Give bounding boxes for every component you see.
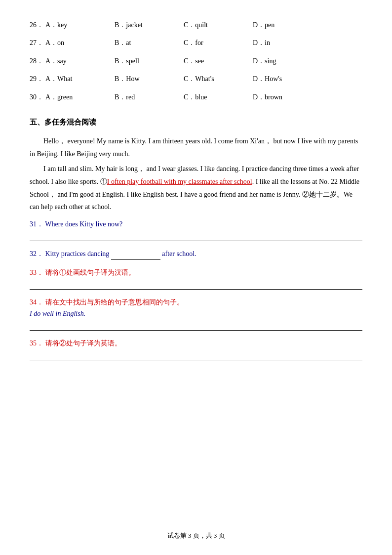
mcq-option-28b: B．spell [115,56,184,67]
q34-extra: I do well in English. [30,310,85,317]
section5: 五、多任务混合阅读 Hello， everyone! My name is Ki… [30,118,362,360]
q32-num: 32． [30,250,43,257]
mcq-num-30: 30． [30,92,45,103]
q31-text: Where does Kitty live now? [45,220,122,228]
passage-para2-underline: I often play football with my classmates… [107,178,252,185]
q31-answer-line [30,232,362,241]
mcq-options-29: A．What B．How C．What's D．How's [45,74,362,85]
mcq-option-29d: D．How's [253,74,322,85]
mcq-section: 26． A．key B．jacket C．quilt D．pen 27． A．o… [30,20,362,103]
mcq-option-29c: C．What's [184,74,253,85]
mcq-options-30: A．green B．red C．blue D．brown [45,92,362,103]
q35-num: 35． [30,340,43,347]
mcq-options-26: A．key B．jacket C．quilt D．pen [45,20,362,31]
q35-answer-line [30,351,362,360]
mcq-row-26: 26． A．key B．jacket C．quilt D．pen [30,20,362,31]
mcq-row-27: 27． A．on B．at C．for D．in [30,38,362,48]
mcq-options-27: A．on B．at C．for D．in [45,38,362,48]
section5-title: 五、多任务混合阅读 [30,118,362,127]
mcq-row-28: 28． A．say B．spell C．see D．sing [30,56,362,67]
mcq-option-28a: A．say [45,56,115,67]
mcq-option-30b: B．red [115,92,184,103]
mcq-option-27a: A．on [45,38,115,48]
question-31: 31． Where does Kitty live now? [30,218,362,241]
mcq-option-28c: C．see [184,56,253,67]
mcq-option-26c: C．quilt [184,20,253,31]
q33-answer-line [30,281,362,290]
question-34: 34． 请在文中找出与所给的句子意思相同的句子。 I do well in En… [30,297,362,331]
passage-para1-text: Hello， everyone! My name is Kitty. I am … [30,137,358,158]
mcq-option-26a: A．key [45,20,115,31]
question-35: 35． 请将②处句子译为英语。 [30,338,362,360]
q32-blank [111,252,160,260]
q34-num: 34． [30,299,43,306]
mcq-num-27: 27． [30,38,45,48]
mcq-option-30d: D．brown [253,92,322,103]
mcq-option-29b: B．How [115,74,184,85]
mcq-option-26b: B．jacket [115,20,184,31]
q31-num: 31． [30,220,43,228]
q32-after: after school. [162,250,196,257]
q35-text: 请将②处句子译为英语。 [45,340,121,347]
mcq-num-29: 29． [30,74,45,85]
question-32: 32． Kitty practices dancing after school… [30,248,362,260]
mcq-option-27c: C．for [184,38,253,48]
mcq-option-30c: C．blue [184,92,253,103]
q33-num: 33． [30,269,43,276]
mcq-option-29a: A．What [45,74,115,85]
q34-answer-line [30,322,362,331]
page-footer: 试卷第 3 页，共 3 页 [0,531,392,540]
mcq-option-28d: D．sing [253,56,322,67]
mcq-option-27b: B．at [115,38,184,48]
mcq-options-28: A．say B．spell C．see D．sing [45,56,362,67]
reading-questions: 31． Where does Kitty live now? 32． Kitty… [30,218,362,360]
mcq-num-26: 26． [30,20,45,31]
q33-text: 请将①处画线句子译为汉语。 [45,269,135,276]
mcq-num-28: 28． [30,56,45,67]
mcq-option-26d: D．pen [253,20,322,31]
q32-before: Kitty practices dancing [45,250,110,257]
passage-para1: Hello， everyone! My name is Kitty. I am … [30,135,362,161]
mcq-option-27d: D．in [253,38,322,48]
passage-para2: I am tall and slim. My hair is long， and… [30,163,362,214]
footer-text: 试卷第 3 页，共 3 页 [167,532,225,539]
mcq-row-29: 29． A．What B．How C．What's D．How's [30,74,362,85]
mcq-option-30a: A．green [45,92,115,103]
question-33: 33． 请将①处画线句子译为汉语。 [30,267,362,290]
mcq-row-30: 30． A．green B．red C．blue D．brown [30,92,362,103]
q34-text: 请在文中找出与所给的句子意思相同的句子。 [45,299,184,306]
